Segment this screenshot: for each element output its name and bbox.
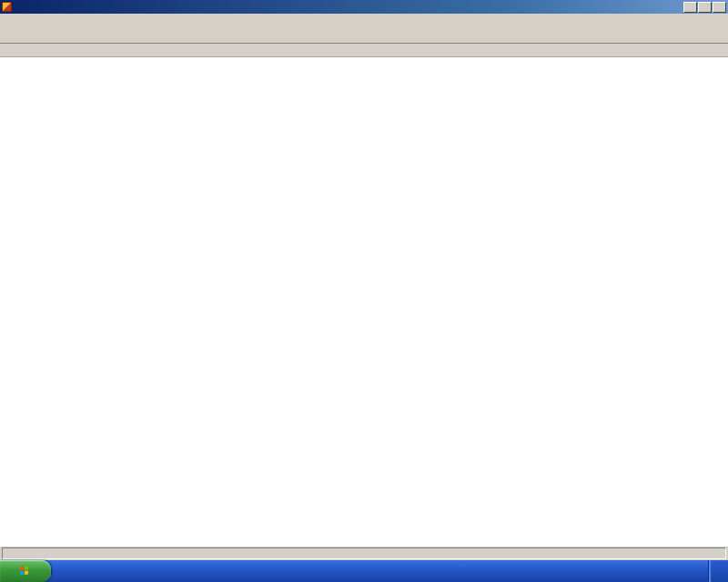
start-button[interactable] <box>0 560 51 582</box>
status-bar <box>0 547 728 560</box>
windows-flag-icon <box>20 566 29 576</box>
checkbox-bar <box>0 44 728 57</box>
title-bar[interactable] <box>0 0 728 14</box>
status-message <box>2 547 726 559</box>
chart-panel <box>0 57 728 547</box>
close-button[interactable] <box>713 2 726 13</box>
tab-bar <box>0 27 728 44</box>
menu-bar <box>0 14 728 27</box>
minimize-button[interactable] <box>683 2 697 13</box>
boxsim-app-icon <box>2 2 12 12</box>
system-tray <box>708 560 728 582</box>
restore-button[interactable] <box>698 2 712 13</box>
boxsim-window <box>0 0 728 582</box>
frequency-response-chart <box>0 57 728 547</box>
taskbar <box>0 560 728 582</box>
